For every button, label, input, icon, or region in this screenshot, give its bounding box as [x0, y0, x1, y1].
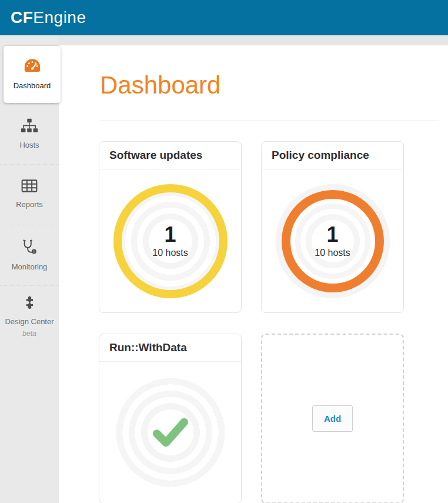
chart-center: 1 10 hosts	[112, 182, 229, 300]
sidebar: Dashboard	[0, 35, 59, 503]
gauge-icon	[23, 58, 42, 76]
chart-value: 1	[164, 224, 176, 245]
sidebar-item-hosts[interactable]: Hosts	[0, 104, 59, 164]
card-body: 1 10 hosts	[99, 169, 241, 312]
brand-bold: CF	[11, 8, 33, 26]
check-wrap	[108, 370, 233, 495]
chart-value: 1	[326, 224, 338, 245]
sidebar-item-label: Hosts	[19, 141, 39, 150]
app-header: CFEngine	[0, 0, 448, 35]
sidebar-item-monitoring[interactable]: Monitoring	[0, 225, 59, 285]
chart-sublabel: 10 hosts	[152, 248, 188, 258]
main-content: Dashboard Software updates 1 10 hosts	[59, 45, 448, 503]
brand-light: Engine	[33, 8, 86, 26]
title-divider	[100, 121, 439, 121]
status-chart-run-withdata	[108, 370, 233, 495]
sidebar-item-reports[interactable]: Reports	[0, 164, 59, 225]
table-icon	[21, 179, 38, 195]
cfengine-logo[interactable]: CFEngine	[11, 8, 86, 27]
check-icon	[150, 414, 191, 451]
card-run-withdata: Run::WithData	[99, 334, 242, 503]
app-shell: Dashboard	[0, 35, 448, 503]
sitemap-icon	[21, 118, 38, 135]
card-title: Policy compliance	[262, 142, 403, 169]
card-title: Software updates	[99, 142, 241, 169]
sidebar-item-dashboard[interactable]: Dashboard	[4, 46, 61, 103]
add-button[interactable]: Add	[312, 405, 353, 432]
card-add-widget: Add	[261, 334, 404, 503]
dashboard-grid: Software updates 1 10 hosts	[99, 141, 448, 503]
card-body	[99, 362, 241, 503]
donut-chart-software-updates: 1 10 hosts	[112, 182, 229, 300]
sidebar-item-label: Design Center	[5, 317, 54, 327]
chart-sublabel: 10 hosts	[315, 248, 350, 258]
sidebar-item-label: Reports	[16, 200, 43, 209]
stethoscope-icon	[22, 239, 37, 257]
chart-center: 1 10 hosts	[274, 182, 392, 300]
sidebar-item-label: Monitoring	[12, 262, 48, 272]
donut-chart-policy-compliance: 1 10 hosts	[274, 182, 392, 300]
card-body: 1 10 hosts	[262, 169, 403, 312]
card-software-updates: Software updates 1 10 hosts	[99, 141, 242, 313]
page-title: Dashboard	[100, 71, 448, 99]
page: CFEngine Dashboa	[0, 0, 448, 503]
card-policy-compliance: Policy compliance 1 10 hosts	[261, 141, 404, 313]
sidebar-item-label: Dashboard	[14, 81, 51, 91]
card-title: Run::WithData	[99, 334, 241, 362]
puzzle-icon	[22, 294, 37, 312]
sidebar-item-sublabel: beta	[22, 329, 36, 338]
sidebar-item-design-center[interactable]: Design Center beta	[0, 285, 59, 346]
